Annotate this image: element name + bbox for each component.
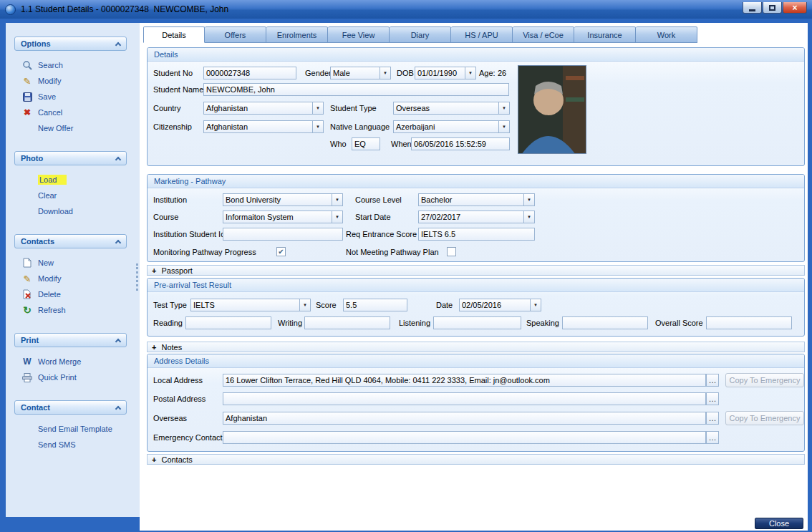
citizenship-value: Afghanistan: [206, 122, 248, 131]
sidebar-item-label: Cancel: [38, 108, 62, 117]
postal-address-field[interactable]: [223, 392, 706, 405]
sidebar-item-modify[interactable]: ✎ Modify: [14, 73, 127, 89]
sidebar-item-download[interactable]: Download: [14, 203, 127, 219]
print-panel-header[interactable]: Print: [14, 333, 127, 347]
student-no-label: Student No: [153, 67, 193, 79]
chevron-down-icon[interactable]: ▼: [498, 121, 509, 132]
native-language-dropdown[interactable]: Azerbaijani▼: [393, 120, 510, 133]
sidebar-item-label: Delete: [38, 290, 61, 299]
sidebar-item-word-merge[interactable]: W Word Merge: [14, 354, 127, 369]
notes-section-toggle[interactable]: + Notes: [147, 342, 805, 352]
contacts-section-toggle[interactable]: + Contacts: [147, 454, 805, 465]
citizenship-label: Citizenship: [153, 120, 192, 133]
chevron-down-icon[interactable]: ▼: [523, 194, 534, 205]
listening-field[interactable]: [433, 316, 521, 329]
sidebar-item-label: Modify: [38, 274, 61, 283]
sidebar-item-contact-delete[interactable]: Delete: [14, 286, 127, 302]
sidebar-item-clear[interactable]: Clear: [14, 188, 127, 203]
chevron-down-icon[interactable]: ▼: [530, 299, 541, 311]
sidebar-item-save[interactable]: Save: [14, 89, 127, 105]
student-name-field[interactable]: NEWCOMBE, John: [203, 83, 509, 96]
req-entrance-score-field[interactable]: IELTS 6.5: [418, 228, 535, 241]
chevron-down-icon[interactable]: ▼: [465, 67, 475, 79]
sidebar-item-search[interactable]: Search: [14, 57, 127, 73]
minimize-button[interactable]: [743, 2, 762, 14]
sidebar-splitter[interactable]: [135, 23, 140, 517]
local-address-label: Local Address: [153, 374, 203, 387]
sidebar-item-send-sms[interactable]: Send SMS: [14, 437, 127, 453]
chevron-down-icon[interactable]: ▼: [498, 102, 509, 114]
copy-overseas-to-emergency-button[interactable]: Copy To Emergency: [725, 411, 804, 425]
chevron-down-icon[interactable]: ▼: [312, 102, 323, 114]
sidebar-item-contact-modify[interactable]: ✎ Modify: [14, 271, 127, 286]
emergency-contact-browse-button[interactable]: …: [706, 431, 719, 444]
who-field[interactable]: EQ: [352, 137, 380, 150]
tab-offers[interactable]: Offers: [205, 26, 266, 43]
local-address-browse-button[interactable]: …: [706, 374, 719, 387]
institution-student-id-field[interactable]: [223, 228, 343, 241]
chevron-down-icon[interactable]: ▼: [332, 194, 342, 205]
country-dropdown[interactable]: Afghanistan▼: [203, 102, 324, 115]
institution-dropdown[interactable]: Bond University▼: [223, 193, 343, 206]
speaking-field[interactable]: [562, 316, 648, 329]
window-close-button[interactable]: ×: [783, 2, 807, 14]
chevron-down-icon[interactable]: ▼: [299, 299, 310, 311]
chevron-down-icon[interactable]: ▼: [332, 211, 342, 223]
chevron-down-icon[interactable]: ▼: [523, 211, 534, 223]
sidebar-item-contact-new[interactable]: New: [14, 255, 127, 271]
tab-hs-apu[interactable]: HS / APU: [451, 26, 513, 43]
country-value: Afghanistan: [206, 104, 248, 112]
institution-value: Bond University: [226, 195, 281, 204]
student-no-field[interactable]: 0000027348: [203, 67, 296, 79]
overseas-address-field[interactable]: Afghanistan: [223, 412, 706, 425]
monitoring-pathway-progress-checkbox[interactable]: ✔: [276, 247, 286, 256]
course-dropdown[interactable]: Informaiton System▼: [223, 211, 343, 223]
tab-work[interactable]: Work: [636, 26, 697, 43]
chevron-down-icon[interactable]: ▼: [380, 67, 390, 79]
contact-panel-title: Contact: [21, 403, 50, 412]
photo-panel-header[interactable]: Photo: [14, 151, 127, 165]
sidebar-item-contact-refresh[interactable]: ↻ Refresh: [14, 302, 127, 318]
tab-diary[interactable]: Diary: [390, 26, 451, 43]
passport-section-toggle[interactable]: + Passport: [147, 265, 805, 276]
emergency-contact-field[interactable]: [223, 431, 706, 444]
tab-insurance[interactable]: Insurance: [574, 26, 636, 43]
when-field[interactable]: 06/05/2016 15:52:59: [411, 137, 510, 150]
overseas-address-browse-button[interactable]: …: [706, 412, 719, 425]
sidebar-item-new-offer[interactable]: New Offer: [14, 120, 127, 136]
sidebar-item-quick-print[interactable]: Quick Print: [14, 369, 127, 385]
chevron-down-icon[interactable]: ▼: [312, 121, 323, 132]
citizenship-dropdown[interactable]: Afghanistan▼: [203, 120, 324, 133]
sidebar-item-load[interactable]: Load: [14, 172, 127, 188]
local-address-field[interactable]: 16 Lower Clifton Terrace, Red Hill QLD 4…: [223, 374, 706, 387]
options-panel-title: Options: [21, 39, 51, 48]
contacts-panel-header[interactable]: Contacts: [14, 234, 127, 248]
contact-panel-header[interactable]: Contact: [14, 400, 127, 415]
start-date-dropdown[interactable]: 27/02/2017▼: [418, 211, 535, 223]
student-type-dropdown[interactable]: Overseas▼: [393, 102, 510, 115]
course-level-dropdown[interactable]: Bachelor▼: [418, 193, 535, 206]
postal-address-browse-button[interactable]: …: [706, 392, 719, 405]
close-button[interactable]: Close: [755, 518, 803, 529]
sidebar-item-cancel[interactable]: ✖ Cancel: [14, 105, 127, 120]
not-meeting-pathway-plan-checkbox[interactable]: [447, 247, 456, 256]
writing-field[interactable]: [304, 316, 390, 329]
score-field[interactable]: 5.5: [343, 299, 407, 311]
gender-dropdown[interactable]: Male▼: [330, 67, 391, 79]
tab-enrolments[interactable]: Enrolments: [266, 26, 328, 43]
tab-visa-ecoe[interactable]: Visa / eCoe: [513, 26, 574, 43]
tab-fee-view[interactable]: Fee View: [328, 26, 390, 43]
test-date-dropdown[interactable]: 02/05/2016▼: [459, 299, 541, 311]
maximize-button[interactable]: [763, 2, 782, 14]
overall-score-field[interactable]: [706, 316, 792, 329]
pre-arrival-test-group-title: Pre-arrival Test Result: [154, 281, 231, 289]
reading-field[interactable]: [185, 316, 271, 329]
test-type-dropdown[interactable]: IELTS▼: [190, 299, 311, 311]
sidebar-item-label: Quick Print: [38, 373, 77, 382]
copy-local-to-emergency-button[interactable]: Copy To Emergency: [725, 373, 804, 387]
options-panel-header[interactable]: Options: [14, 37, 127, 51]
tab-details[interactable]: Details: [143, 26, 205, 43]
sidebar-item-send-email-template[interactable]: Send Email Template: [14, 421, 127, 437]
dob-dropdown[interactable]: 01/01/1990▼: [415, 67, 476, 79]
title-bar[interactable]: 1.1 Student Details - 0000027348 NEWCOMB…: [0, 0, 812, 19]
